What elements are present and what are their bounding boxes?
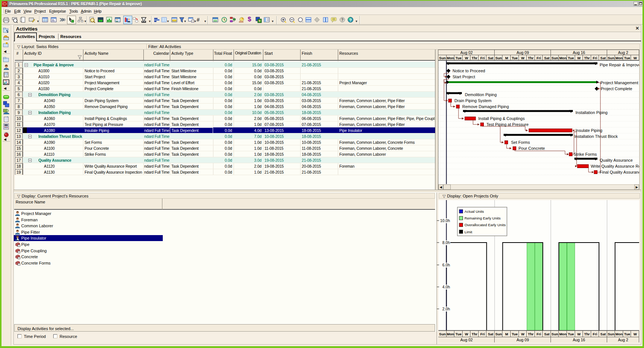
- svg-text:Final Quality Assurance I: Final Quality Assurance I: [600, 170, 639, 174]
- svg-text:2.0h: 2.0h: [442, 307, 450, 311]
- svg-text:Write Quality Assurance Repo: Write Quality Assurance Repo: [591, 164, 639, 168]
- svg-text:Set Forms: Set Forms: [511, 140, 530, 145]
- svg-text:Quality Assurance: Quality Assurance: [600, 158, 633, 162]
- svg-text:Actual Units: Actual Units: [464, 209, 484, 213]
- svg-text:Notice to Proceed: Notice to Proceed: [453, 69, 485, 73]
- svg-text:6.0h: 6.0h: [442, 263, 450, 267]
- svg-text:?: ?: [349, 18, 352, 22]
- svg-text:Project Complete: Project Complete: [601, 86, 632, 91]
- svg-text:Pour Concrete: Pour Concrete: [518, 146, 545, 151]
- svg-text:Limit: Limit: [464, 230, 472, 234]
- svg-text:Test Piping at Pressure: Test Piping at Pressure: [486, 122, 529, 127]
- svg-text:Demolition Piping: Demolition Piping: [465, 92, 497, 97]
- svg-text:Project Management: Project Management: [600, 80, 638, 85]
- svg-text:Installation Thrust Block: Installation Thrust Block: [574, 134, 618, 139]
- svg-text:?: ?: [341, 18, 343, 22]
- svg-text:Remove Damaged Piping: Remove Damaged Piping: [462, 104, 509, 109]
- svg-text:Overallocated Early Units: Overallocated Early Units: [464, 223, 506, 227]
- svg-text:Drain Piping System: Drain Piping System: [454, 98, 492, 103]
- svg-text:Start Project: Start Project: [453, 75, 475, 79]
- svg-text:4.0h: 4.0h: [442, 285, 450, 289]
- svg-text:Pipe Repair & Improve: Pipe Repair & Improve: [600, 63, 639, 67]
- svg-text:10.0h: 10.0h: [440, 218, 450, 223]
- svg-text:Installation Piping: Installation Piping: [575, 110, 607, 115]
- svg-text:Remaining Early Units: Remaining Early Units: [464, 216, 501, 220]
- svg-text:8.0h: 8.0h: [442, 240, 450, 245]
- svg-text:Install Piping & Couplings: Install Piping & Couplings: [478, 116, 525, 121]
- svg-text:Insulate Piping: Insulate Piping: [575, 128, 602, 133]
- svg-text:Strike Forms: Strike Forms: [574, 152, 597, 156]
